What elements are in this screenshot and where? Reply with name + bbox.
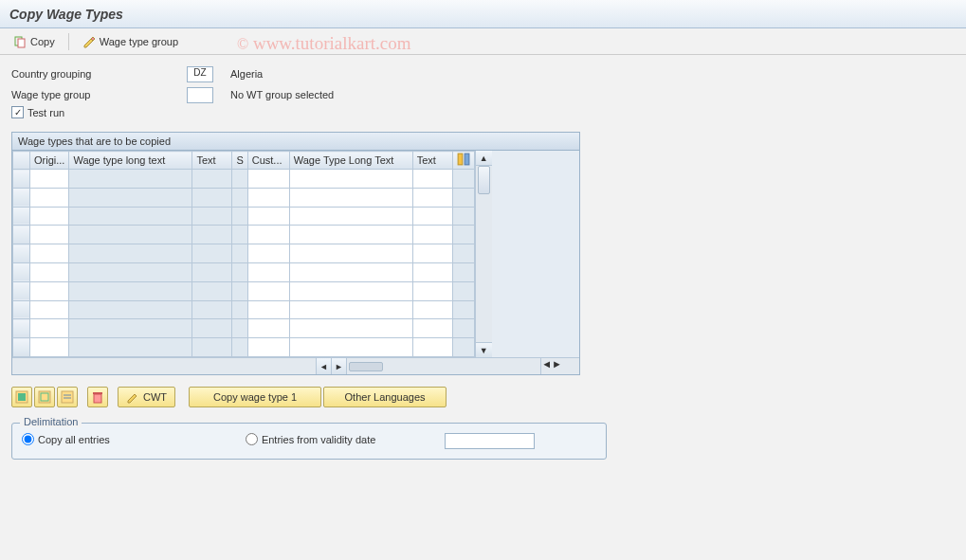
other-languages-button[interactable]: Other Languages: [323, 387, 447, 407]
col-origi[interactable]: Origi...: [30, 152, 69, 170]
country-grouping-label: Country grouping: [11, 68, 187, 80]
col-s[interactable]: S: [232, 152, 247, 170]
svg-rect-8: [62, 391, 73, 403]
from-date-label: Entries from validity date: [262, 434, 375, 445]
hscroll-left2-icon[interactable]: ◄: [540, 358, 552, 374]
test-run-checkbox[interactable]: ✓: [11, 106, 24, 118]
wage-type-group-row: Wage type group No WT group selected: [11, 85, 955, 104]
cwt-label: CWT: [143, 391, 167, 403]
col-settings[interactable]: [452, 152, 474, 170]
table-row[interactable]: [13, 188, 475, 207]
cwt-button[interactable]: CWT: [118, 387, 175, 407]
hscroll-right2-icon[interactable]: ►: [552, 358, 562, 374]
wage-types-table: Wage types that are to be copied Origi..…: [11, 132, 580, 375]
svg-rect-11: [94, 394, 101, 403]
toolbar-separator: [68, 33, 69, 50]
scroll-up-icon[interactable]: ▲: [476, 151, 492, 166]
table-row[interactable]: [13, 170, 475, 189]
wage-type-group-field-label: Wage type group: [11, 89, 187, 100]
col-wt-long2[interactable]: Wage Type Long Text: [289, 152, 412, 170]
wage-type-group-input[interactable]: [187, 87, 213, 103]
scroll-thumb[interactable]: [478, 166, 490, 194]
wage-type-group-label: Wage type group: [100, 36, 178, 47]
delimitation-group: Delimitation Copy all entries Entries fr…: [11, 423, 607, 460]
svg-rect-3: [465, 154, 469, 165]
content-area: Country grouping DZ Algeria Wage type gr…: [0, 55, 966, 469]
hscroll-thumb[interactable]: [349, 362, 383, 371]
copy-all-entries-radio[interactable]: Copy all entries: [22, 433, 110, 445]
horizontal-scroll-row: ◄ ► ◄ ►: [12, 357, 579, 374]
page-title: Copy Wage Types: [0, 0, 966, 28]
deselect-all-icon: [38, 390, 51, 404]
table-row[interactable]: [13, 226, 475, 244]
wage-type-group-button[interactable]: Wage type group: [77, 33, 184, 50]
table-title: Wage types that are to be copied: [12, 133, 579, 151]
other-lang-label: Other Languages: [345, 391, 426, 403]
test-run-row: ✓ Test run: [11, 106, 955, 118]
table-row[interactable]: [13, 300, 475, 319]
wage-type-group-text: No WT group selected: [230, 89, 334, 100]
select-all-button[interactable]: [11, 387, 32, 407]
table-settings-icon: [457, 153, 470, 166]
copy-icon: [13, 35, 27, 48]
svg-rect-2: [458, 154, 463, 165]
col-text[interactable]: Text: [192, 152, 232, 170]
table-grid: Origi... Wage type long text Text S Cust…: [12, 151, 475, 357]
svg-rect-12: [93, 392, 102, 394]
deselect-all-button[interactable]: [34, 387, 55, 407]
col-wt-long[interactable]: Wage type long text: [69, 152, 192, 170]
entries-from-date-radio[interactable]: Entries from validity date: [246, 433, 375, 445]
cwt-pencil-icon: [126, 390, 139, 404]
test-run-label: Test run: [27, 107, 64, 118]
country-name: Algeria: [230, 68, 263, 80]
col-cust[interactable]: Cust...: [247, 152, 289, 170]
table-row[interactable]: [13, 281, 475, 300]
vertical-scrollbar[interactable]: ▲ ▼: [475, 151, 492, 357]
app-toolbar: Copy Wage type group: [0, 28, 966, 55]
delimitation-title: Delimitation: [20, 416, 82, 427]
table-row[interactable]: [13, 338, 475, 357]
scroll-down-icon[interactable]: ▼: [476, 342, 492, 357]
delete-button[interactable]: [87, 387, 108, 407]
country-grouping-input[interactable]: DZ: [187, 66, 213, 82]
copy-button-label: Copy: [30, 36, 55, 47]
svg-rect-1: [18, 39, 25, 47]
table-row[interactable]: [13, 207, 475, 226]
country-grouping-row: Country grouping DZ Algeria: [11, 64, 955, 83]
copy-button[interactable]: Copy: [8, 33, 61, 50]
action-button-row: CWT Copy wage type 1 Other Languages: [11, 387, 955, 407]
table-row[interactable]: [13, 262, 475, 281]
col-rowheader[interactable]: [13, 152, 30, 170]
expand-icon: [61, 390, 74, 404]
validity-date-input[interactable]: [445, 433, 535, 449]
select-all-icon: [15, 390, 28, 404]
expand-button[interactable]: [57, 387, 78, 407]
delete-icon: [91, 390, 104, 404]
table-row[interactable]: [13, 244, 475, 263]
pencil-icon: [82, 35, 96, 48]
copy-wt1-label: Copy wage type 1: [213, 391, 297, 403]
hscroll-right-icon[interactable]: ►: [332, 358, 347, 374]
copy-all-label: Copy all entries: [38, 434, 110, 445]
copy-wage-type-1-button[interactable]: Copy wage type 1: [189, 387, 321, 407]
table-row[interactable]: [13, 319, 475, 338]
col-text2[interactable]: Text: [412, 152, 452, 170]
hscroll-left-icon[interactable]: ◄: [317, 358, 332, 374]
svg-rect-5: [18, 393, 26, 401]
